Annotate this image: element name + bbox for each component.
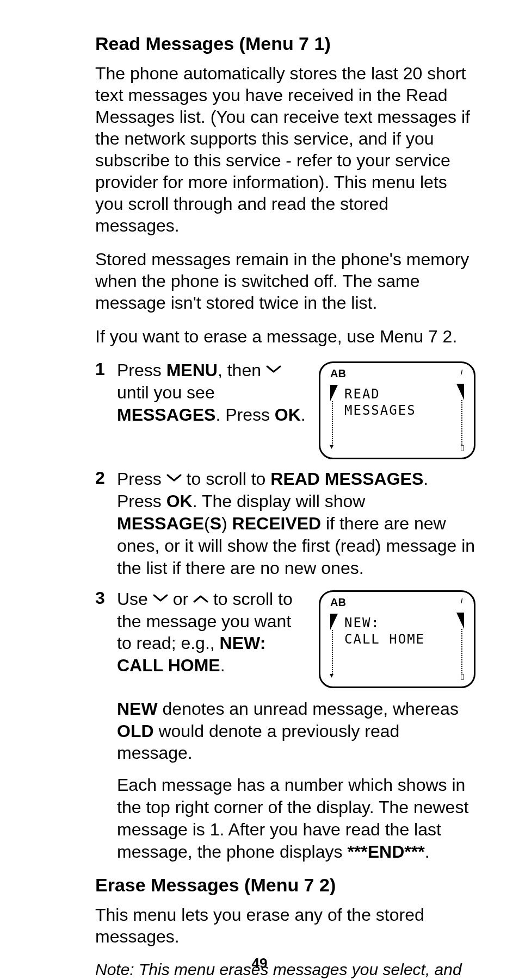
phone-display-illustration: AB ▾ ı▯ READ MESSAGES bbox=[319, 361, 475, 459]
step-number: 3 bbox=[95, 588, 117, 608]
lcd-text: READ MESSAGES bbox=[344, 386, 455, 419]
battery-icon: ı▯ bbox=[456, 367, 464, 450]
paragraph: The phone automatically stores the last … bbox=[95, 63, 475, 236]
lcd-ab-indicator: AB bbox=[330, 596, 346, 609]
steps-list: 1 Press MENU, then until you see MESSAGE… bbox=[95, 359, 475, 863]
paragraph: Stored messages remain in the phone's me… bbox=[95, 248, 475, 314]
lcd-text: NEW: CALL HOME bbox=[344, 615, 455, 647]
chevron-up-icon bbox=[193, 594, 208, 603]
chevron-down-icon bbox=[266, 365, 281, 374]
paragraph: If you want to erase a message, use Menu… bbox=[95, 326, 475, 347]
paragraph: This menu lets you erase any of the stor… bbox=[95, 904, 475, 947]
manual-page: Read Messages (Menu 7 1) The phone autom… bbox=[0, 0, 519, 980]
section-heading-read-messages: Read Messages (Menu 7 1) bbox=[95, 33, 475, 55]
step-text: Use or to scroll to the message you want… bbox=[117, 588, 309, 677]
step-item: 1 Press MENU, then until you see MESSAGE… bbox=[95, 359, 475, 459]
chevron-down-icon bbox=[153, 594, 168, 603]
page-number: 49 bbox=[0, 955, 519, 972]
step-item: 3 Use or to scroll to the message you wa… bbox=[95, 588, 475, 864]
section-heading-erase-messages: Erase Messages (Menu 7 2) bbox=[95, 874, 475, 896]
step-text: NEW denotes an unread message, whereas O… bbox=[117, 698, 475, 864]
step-number: 2 bbox=[95, 468, 117, 488]
step-item: 2 Press to scroll to READ MESSAGES. Pres… bbox=[95, 468, 475, 579]
signal-strength-icon: ▾ bbox=[330, 385, 338, 449]
step-number: 1 bbox=[95, 359, 117, 379]
step-text: Press MENU, then until you see MESSAGES.… bbox=[117, 359, 309, 426]
battery-icon: ı▯ bbox=[456, 596, 464, 679]
step-text: Press to scroll to READ MESSAGES. Press … bbox=[117, 468, 475, 579]
chevron-down-icon bbox=[166, 474, 182, 483]
phone-display-illustration: AB ▾ ı▯ NEW: CALL HOME bbox=[319, 590, 475, 688]
signal-strength-icon: ▾ bbox=[330, 614, 338, 678]
lcd-ab-indicator: AB bbox=[330, 367, 346, 380]
